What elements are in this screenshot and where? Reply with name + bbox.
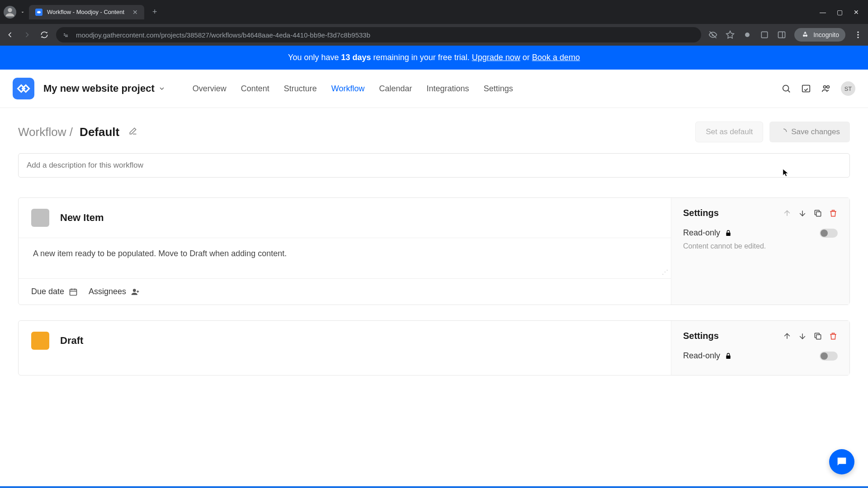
workflow-step-card: New Item A new item ready to be populate… [18,197,850,305]
step-title[interactable]: Draft [60,335,83,347]
nav-settings[interactable]: Settings [484,84,513,94]
book-demo-link[interactable]: Book a demo [532,53,580,62]
readonly-label: Read-only [683,228,720,238]
readonly-toggle[interactable] [820,352,838,361]
user-avatar[interactable]: ST [841,81,855,96]
trial-prefix: You only have [288,53,341,62]
breadcrumb: Workflow / Default [18,125,119,139]
trial-middle: remaining in your free trial. [371,53,472,62]
taskbar-edge [0,486,868,488]
inbox-icon[interactable] [801,84,811,94]
breadcrumb-current: Default [80,125,119,139]
svg-point-17 [133,289,136,292]
reload-icon[interactable] [40,30,49,39]
readonly-label: Read-only [683,351,720,361]
url-bar[interactable]: moodjoy.gathercontent.com/projects/38582… [56,27,701,42]
chevron-down-icon [158,85,165,92]
move-down-icon[interactable] [798,209,807,218]
incognito-label: Incognito [813,31,839,38]
profile-chip[interactable] [4,6,16,19]
save-changes-button[interactable]: Save changes [769,122,850,142]
sidepanel-icon[interactable] [777,30,786,39]
status-color-swatch[interactable] [31,332,49,350]
tab-dropdown-icon[interactable] [20,9,25,15]
status-color-swatch[interactable] [31,209,49,227]
eye-off-icon[interactable] [708,30,717,39]
browser-tab[interactable]: Workflow - Moodjoy - Content ✕ [29,5,144,19]
back-icon[interactable] [5,30,14,39]
add-person-icon [131,287,140,296]
nav-workflow[interactable]: Workflow [331,84,365,94]
svg-rect-13 [70,289,77,295]
set-default-button[interactable]: Set as default [695,122,763,142]
nav-overview[interactable]: Overview [193,84,226,94]
move-up-icon[interactable] [783,332,792,341]
lock-icon [725,352,732,360]
step-settings-panel: Settings Read-only Content cannot be edi… [671,198,849,305]
due-date-button[interactable]: Due date [31,287,78,296]
svg-point-6 [857,34,859,35]
site-info-icon[interactable] [62,31,71,39]
svg-point-12 [827,86,830,89]
project-name-text: My new website project [43,83,155,94]
maximize-icon[interactable]: ▢ [837,9,843,16]
assignees-button[interactable]: Assignees [89,287,140,296]
workflow-description-input[interactable] [18,153,850,178]
svg-point-8 [783,85,789,91]
nav-integrations[interactable]: Integrations [427,84,469,94]
upgrade-link[interactable]: Upgrade now [472,53,520,62]
incognito-badge[interactable]: Incognito [794,28,845,42]
nav-calendar[interactable]: Calendar [379,84,412,94]
forward-icon[interactable] [23,30,32,39]
spinner-icon [779,128,788,136]
duplicate-icon[interactable] [813,332,822,341]
settings-title: Settings [683,331,719,341]
svg-rect-20 [816,211,821,216]
app-logo-icon[interactable] [13,78,34,99]
svg-point-1 [745,33,750,37]
nav-structure[interactable]: Structure [284,84,317,94]
move-up-icon[interactable] [783,209,792,218]
chat-launcher[interactable] [829,449,854,474]
menu-dots-icon[interactable] [854,30,863,39]
svg-rect-21 [816,334,821,339]
svg-line-9 [788,90,790,93]
close-window-icon[interactable]: ✕ [854,9,859,16]
browser-tab-bar: Workflow - Moodjoy - Content ✕ + — ▢ ✕ [0,0,868,24]
svg-point-11 [824,86,826,89]
svg-rect-2 [762,32,768,38]
people-icon[interactable] [821,84,831,94]
project-switcher[interactable]: My new website project [43,83,165,94]
edit-name-icon[interactable] [128,127,137,137]
url-text: moodjoy.gathercontent.com/projects/38582… [76,31,370,39]
step-title[interactable]: New Item [60,212,104,224]
new-tab-button[interactable]: + [148,7,162,17]
tab-favicon-icon [35,9,42,16]
step-description-textarea[interactable]: A new item ready to be populated. Move t… [19,238,671,278]
duplicate-icon[interactable] [813,209,822,218]
trial-or: or [520,53,532,62]
delete-icon[interactable] [829,209,838,218]
settings-title: Settings [683,208,719,218]
nav-content[interactable]: Content [241,84,269,94]
lock-icon [725,230,732,237]
svg-point-7 [857,37,859,38]
search-icon[interactable] [781,84,791,94]
browser-toolbar: moodjoy.gathercontent.com/projects/38582… [0,24,868,46]
close-tab-icon[interactable]: ✕ [132,9,138,16]
readonly-hint: Content cannot be edited. [683,242,838,250]
bookmark-star-icon[interactable] [726,30,735,39]
readonly-toggle[interactable] [820,229,838,238]
page-content: Workflow / Default Set as default Save c… [0,108,868,486]
breadcrumb-root[interactable]: Workflow / [18,125,73,139]
calendar-icon [69,287,78,296]
resize-handle-icon[interactable]: ⋰ [662,268,668,276]
trial-days: 13 days [341,53,371,62]
delete-icon[interactable] [829,332,838,341]
move-down-icon[interactable] [798,332,807,341]
svg-point-5 [857,32,859,33]
extension-icon[interactable] [760,30,769,39]
chat-icon [835,455,848,468]
extension-dot-icon[interactable] [743,30,752,39]
minimize-icon[interactable]: — [820,9,826,16]
